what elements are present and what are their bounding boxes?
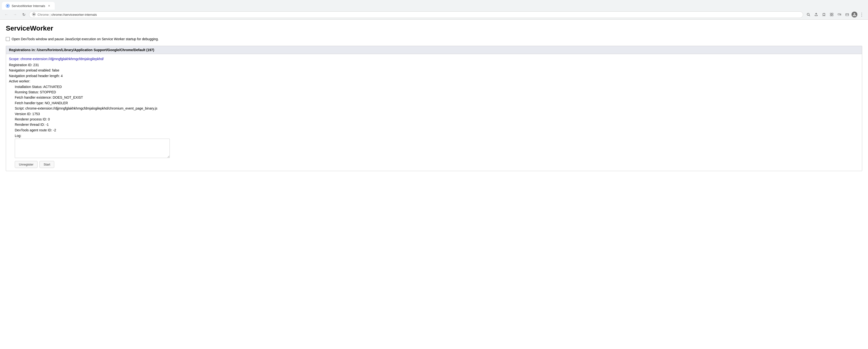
tab-title: ServiceWorker Internals [11, 4, 45, 8]
registration-entry: Scope: chrome-extension://djjmngfglakhkh… [6, 54, 862, 171]
url-path: chrome://serviceworker-internals [51, 13, 97, 17]
svg-rect-9 [832, 15, 833, 16]
devtools-option: Open DevTools window and pause JavaScrip… [6, 37, 862, 41]
svg-rect-10 [838, 13, 840, 15]
profile-avatar[interactable] [851, 11, 857, 18]
media-button[interactable] [836, 11, 843, 18]
log-textarea[interactable] [15, 139, 170, 158]
installation-status: Installation Status: ACTIVATED [15, 84, 859, 89]
tab-bar: ServiceWorker Internals ✕ [0, 0, 868, 10]
toolbar-icons: ⋮ [805, 11, 865, 18]
devtools-agent-route-id: DevTools agent route ID: -2 [15, 127, 859, 133]
svg-line-5 [809, 15, 810, 16]
nav-preload-enabled: Navigation preload enabled: false [9, 68, 859, 73]
extensions-button[interactable] [828, 11, 835, 18]
active-tab[interactable]: ServiceWorker Internals ✕ [2, 2, 55, 10]
url-separator: | [50, 13, 51, 17]
scope-link[interactable]: Scope: chrome-extension://djjmngfglakhkh… [9, 57, 859, 61]
url-prefix: Chrome [37, 13, 49, 17]
start-button[interactable]: Start [39, 161, 54, 168]
renderer-thread-id: Renderer thread ID: -1 [15, 122, 859, 127]
version-id: Version ID: 1753 [15, 111, 859, 117]
log-section: Log: [15, 134, 859, 158]
svg-point-1 [7, 5, 9, 7]
share-button[interactable] [813, 11, 819, 18]
address-url: Chrome | chrome://serviceworker-internal… [37, 13, 800, 17]
svg-rect-6 [830, 13, 831, 14]
svg-rect-11 [846, 13, 848, 16]
fetch-handler-existence: Fetch handler existence: DOES_NOT_EXIST [15, 95, 859, 100]
registrations-section: Registrations in: /Users/forinton/Librar… [6, 46, 862, 171]
page-content: ServiceWorker Open DevTools window and p… [0, 20, 868, 181]
running-status: Running Status: STOPPED [15, 89, 859, 95]
fetch-handler-type: Fetch handler type: NO_HANDLER [15, 100, 859, 106]
svg-point-14 [854, 13, 856, 15]
devtools-checkbox[interactable] [6, 37, 10, 41]
active-worker-label: Active worker: [9, 79, 859, 84]
log-label: Log: [15, 134, 859, 138]
bookmark-button[interactable] [820, 11, 827, 18]
forward-button[interactable]: → [11, 11, 19, 18]
action-buttons: Unregister Start [15, 161, 859, 168]
browser-toolbar: ← → ↻ Chrome | chrome://serviceworker-in… [0, 10, 868, 20]
svg-point-3 [33, 13, 35, 15]
unregister-button[interactable]: Unregister [15, 161, 37, 168]
browser-chrome: ServiceWorker Internals ✕ ← → ↻ Chrome |… [0, 0, 868, 20]
window-button[interactable] [844, 11, 850, 18]
registration-id: Registration ID: 231 [9, 62, 859, 68]
registrations-header: Registrations in: /Users/forinton/Librar… [6, 46, 862, 54]
tab-favicon-icon [6, 4, 10, 8]
address-favicon-icon [32, 12, 36, 17]
reload-button[interactable]: ↻ [20, 11, 27, 18]
tab-close-button[interactable]: ✕ [47, 4, 51, 8]
renderer-process-id: Renderer process ID: 0 [15, 117, 859, 122]
search-button[interactable] [805, 11, 812, 18]
address-bar[interactable]: Chrome | chrome://serviceworker-internal… [29, 11, 803, 18]
back-button[interactable]: ← [3, 11, 10, 18]
nav-preload-header: Navigation preload header length: 4 [9, 73, 859, 79]
svg-rect-8 [830, 15, 831, 16]
menu-button[interactable]: ⋮ [858, 11, 865, 18]
script-path: Script: chrome-extension://djjmngfglakhk… [15, 106, 859, 111]
page-title: ServiceWorker [6, 25, 862, 32]
worker-details: Installation Status: ACTIVATED Running S… [9, 84, 859, 168]
svg-rect-7 [832, 13, 833, 14]
devtools-label: Open DevTools window and pause JavaScrip… [11, 37, 159, 41]
